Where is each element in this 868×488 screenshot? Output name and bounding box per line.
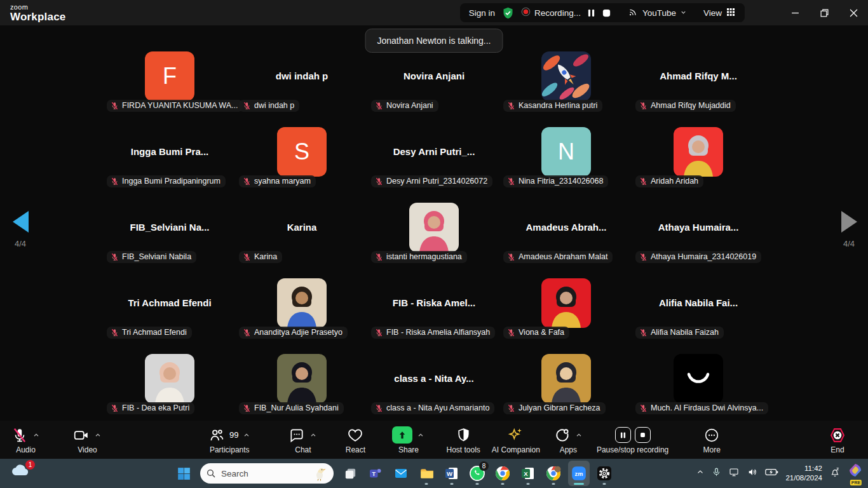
react-label: React <box>346 445 365 454</box>
participant-tile[interactable]: dwi indah pdwi indah p <box>236 38 368 114</box>
apps-caret[interactable] <box>575 431 583 439</box>
taskbar-search[interactable]: Search <box>200 463 334 484</box>
apps-button[interactable]: Apps <box>554 426 583 454</box>
mic-muted-icon <box>639 177 648 186</box>
participant-tile[interactable]: NNina Fitria_2314026068 <box>500 114 632 189</box>
chat-button[interactable]: Chat <box>288 426 317 454</box>
participant-name-label: dwi indah p <box>239 100 299 112</box>
participant-tile[interactable]: Viona & Fafa <box>500 265 632 341</box>
taskbar-icon-chrome-profile[interactable] <box>543 461 564 486</box>
hidden-icons-chevron[interactable] <box>696 468 705 479</box>
participant-tile[interactable]: FIB_Nur Aulia Syahdani <box>236 341 368 416</box>
share-caret[interactable] <box>417 431 424 439</box>
pause-recording-icon[interactable] <box>615 427 631 443</box>
taskbar-icon-word[interactable]: W <box>441 461 463 486</box>
participant-name-label: Novira Anjani <box>371 100 438 112</box>
participants-button[interactable]: 99Participants <box>208 426 250 454</box>
mic-muted-icon <box>243 102 251 110</box>
word-running-indicator <box>451 483 454 485</box>
participant-tile[interactable]: Julyan Gibran Facheza <box>500 341 632 416</box>
security-shield-icon[interactable] <box>501 6 515 20</box>
participant-display-name: Athaya Humaira... <box>653 222 744 233</box>
settings-running-indicator <box>603 483 606 485</box>
taskbar-icon-mail[interactable] <box>390 461 412 486</box>
mic-muted-icon <box>111 329 119 337</box>
host-tools-icon <box>456 427 471 443</box>
apps-label: Apps <box>560 445 577 454</box>
prev-page-arrow-icon[interactable] <box>13 211 29 233</box>
participant-tile[interactable]: FIB - Riska Amel...FIB - Riska Amelia Al… <box>368 265 500 341</box>
participant-tile[interactable]: Tri Achmad EfendiTri Achmad Efendi <box>104 265 236 341</box>
participant-tile[interactable]: class a - Nita Ay...class a - Nita Ayu A… <box>368 341 500 416</box>
participant-tile[interactable]: FFIRDA YUANITA KUSUMA WA... <box>104 38 236 114</box>
m365-copilot-icon[interactable]: PRE <box>848 463 864 484</box>
participant-tile[interactable]: Ananditya Adjie Prasetyo <box>236 265 368 341</box>
minimize-button[interactable] <box>780 0 810 25</box>
host-tools-button[interactable]: Host tools <box>446 426 480 454</box>
ai-companion-button[interactable]: AI Companion <box>492 426 540 454</box>
pause-stop-button[interactable]: Pause/stop recording <box>597 426 668 454</box>
participant-tile[interactable]: istanti hermagustiana <box>368 189 500 265</box>
display-tray-icon[interactable] <box>728 467 740 480</box>
battery-tray-icon[interactable] <box>765 468 778 479</box>
stop-recording-button[interactable] <box>602 8 611 18</box>
participants-caret[interactable] <box>243 431 250 439</box>
sign-in-button[interactable]: Sign in <box>469 8 495 18</box>
svg-text:zm: zm <box>575 471 583 477</box>
video-button[interactable]: Video <box>73 426 102 454</box>
participant-tile[interactable]: Desy Arni Putri_...Desy Arni Putri_23140… <box>368 114 500 189</box>
meeting-toolbar: AudioVideo99ParticipantsChatReactShareHo… <box>0 421 868 459</box>
chat-caret[interactable] <box>309 431 317 439</box>
meeting-stage: Jonathan Newton is talking... FFIRDA YUA… <box>0 25 868 421</box>
close-button[interactable] <box>839 0 868 25</box>
taskbar-icon-file-explorer[interactable] <box>416 461 437 486</box>
stop-recording-icon[interactable] <box>635 427 651 443</box>
participant-label-text: Amadeus Abraham Malat <box>519 252 607 261</box>
notification-bell-icon[interactable] <box>829 466 841 480</box>
view-button[interactable]: View <box>703 7 736 19</box>
audio-button[interactable]: Audio <box>11 426 40 454</box>
taskbar-icon-task-view[interactable] <box>339 461 361 486</box>
gallery-next-page[interactable]: 4/4 <box>832 211 865 248</box>
taskbar-clock[interactable]: 11:42 21/08/2024 <box>785 464 822 483</box>
taskbar-icon-zoom[interactable]: zm <box>568 461 590 486</box>
taskbar-icon-whatsapp[interactable]: 8 <box>466 461 488 486</box>
participant-name-label: FIB - Riska Amelia Alfiansyah <box>371 327 495 339</box>
participant-tile[interactable]: Much. Al Firdaus Dwi Alvinsya... <box>632 341 764 416</box>
participant-tile[interactable]: Aridah Aridah <box>632 114 764 189</box>
participant-tile[interactable]: Kasandra Herlina putri <box>500 38 632 114</box>
participant-tile[interactable]: Ingga Bumi Pra...Ingga Bumi Pradipaningr… <box>104 114 236 189</box>
participant-tile[interactable]: Athaya Humaira...Athaya Humaira_23140260… <box>632 189 764 265</box>
share-button[interactable]: Share <box>392 426 424 454</box>
participant-tile[interactable]: Alifia Nabila Fai...Alifia Nabila Faizah <box>632 265 764 341</box>
taskbar-icon-teams[interactable]: T <box>365 461 386 486</box>
taskbar-icon-start[interactable] <box>173 461 194 486</box>
microphone-tray-icon[interactable] <box>712 467 721 480</box>
participant-avatar: S <box>277 127 327 177</box>
audio-caret[interactable] <box>32 431 40 439</box>
volume-tray-icon[interactable] <box>747 467 758 480</box>
taskbar-icon-chrome[interactable] <box>492 461 513 486</box>
react-button[interactable]: React <box>342 426 368 454</box>
participant-tile[interactable]: Amadeus Abrah...Amadeus Abraham Malat <box>500 189 632 265</box>
participant-name-label: Aridah Aridah <box>635 175 703 187</box>
participant-tile[interactable]: Ahmad Rifqy M...Ahmad Rifqy Mujaddid <box>632 38 764 114</box>
more-button[interactable]: More <box>699 426 724 454</box>
participant-tile[interactable]: KarinaKarina <box>236 189 368 265</box>
end-button[interactable]: End <box>825 426 850 454</box>
participant-tile[interactable]: FIB_Selviani Na...FIB_Selviani Nabila <box>104 189 236 265</box>
participant-gallery: FFIRDA YUANITA KUSUMA WA...dwi indah pdw… <box>104 38 764 416</box>
mic-muted-icon <box>507 102 515 110</box>
taskbar-icon-excel[interactable]: X <box>517 461 539 486</box>
taskbar-icon-settings[interactable] <box>593 461 615 486</box>
file-explorer-running-indicator <box>425 483 428 485</box>
live-stream-menu[interactable]: YouTube <box>628 6 687 19</box>
pause-recording-button[interactable] <box>587 8 595 18</box>
onedrive-icon[interactable]: 1 <box>10 463 32 484</box>
next-page-arrow-icon[interactable] <box>841 211 857 233</box>
restore-button[interactable] <box>810 0 839 25</box>
participant-tile[interactable]: Ssyahna maryam <box>236 114 368 189</box>
gallery-prev-page[interactable]: 4/4 <box>4 211 37 248</box>
participant-tile[interactable]: FIB - Dea eka Putri <box>104 341 236 416</box>
video-caret[interactable] <box>94 431 102 439</box>
